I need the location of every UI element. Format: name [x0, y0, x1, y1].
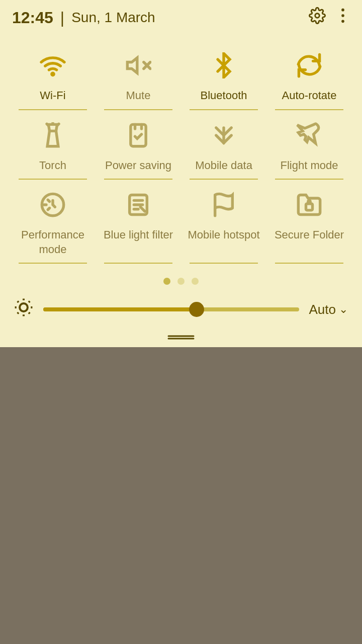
svg-line-9	[47, 124, 48, 125]
tile-bluetooth[interactable]: Bluetooth	[181, 40, 266, 110]
mute-icon	[122, 49, 154, 82]
brightness-auto-label: Auto	[309, 302, 336, 317]
tile-torch[interactable]: Torch	[10, 110, 96, 180]
svg-rect-11	[131, 124, 146, 146]
svg-point-2	[341, 14, 344, 17]
svg-point-22	[20, 303, 28, 311]
brightness-track	[43, 307, 299, 311]
wifi-icon	[37, 49, 69, 82]
status-icons	[309, 7, 350, 28]
tile-powersaving-label: Power saving	[105, 158, 171, 173]
autorotate-icon	[293, 49, 325, 82]
svg-line-10	[57, 124, 59, 125]
svg-line-30	[29, 301, 30, 302]
svg-point-0	[315, 14, 320, 18]
status-divider: |	[60, 9, 64, 27]
tile-hotspot[interactable]: Mobile hotspot	[181, 180, 266, 264]
svg-rect-21	[306, 204, 313, 210]
svg-line-29	[18, 312, 19, 313]
torch-icon	[37, 119, 69, 151]
tile-bluelight-label: Blue light filter	[104, 228, 173, 243]
tile-hotspot-label: Mobile hotspot	[188, 228, 259, 243]
svg-point-3	[341, 20, 344, 23]
bluetooth-icon	[208, 49, 240, 82]
brightness-fill	[43, 307, 197, 311]
settings-icon[interactable]	[309, 7, 326, 28]
brightness-icon	[14, 298, 33, 321]
tile-bluetooth-label: Bluetooth	[201, 89, 247, 103]
brightness-auto-button[interactable]: Auto ⌄	[309, 302, 348, 317]
pagination-dots	[0, 269, 362, 292]
tile-powersaving[interactable]: Power saving	[96, 110, 181, 180]
bottom-area	[0, 347, 362, 644]
tile-mute-label: Mute	[126, 89, 151, 103]
svg-line-26	[29, 312, 30, 313]
brightness-slider[interactable]	[43, 307, 299, 312]
status-time: 12:45	[12, 9, 53, 27]
brightness-chevron-icon: ⌄	[339, 303, 348, 316]
securefolder-icon	[293, 189, 325, 221]
svg-line-25	[18, 301, 19, 302]
dot-2[interactable]	[177, 278, 185, 285]
tile-performance-label: Performance mode	[15, 228, 90, 257]
bluelight-icon	[122, 189, 154, 221]
tile-securefolder-label: Secure Folder	[275, 228, 344, 243]
status-bar: 12:45 | Sun, 1 March	[0, 0, 362, 35]
tile-flightmode[interactable]: Flight mode	[266, 110, 352, 180]
tile-wifi-label: Wi-Fi	[40, 89, 65, 103]
powersaving-icon	[122, 119, 154, 151]
tile-mobiledata[interactable]: Mobile data	[181, 110, 266, 180]
mobiledata-icon	[208, 119, 240, 151]
tile-autorotate-label: Auto-rotate	[282, 89, 337, 103]
tile-securefolder[interactable]: Secure Folder	[266, 180, 352, 264]
brightness-thumb[interactable]	[189, 302, 204, 317]
svg-marker-5	[127, 58, 137, 73]
tile-bluelight[interactable]: Blue light filter	[96, 180, 181, 264]
tile-mobiledata-label: Mobile data	[195, 158, 252, 173]
svg-point-1	[341, 9, 344, 12]
svg-point-4	[52, 73, 54, 75]
tile-autorotate[interactable]: Auto-rotate	[266, 40, 352, 110]
dot-1[interactable]	[163, 278, 170, 285]
handle-bar[interactable]	[0, 329, 362, 347]
tile-wifi[interactable]: Wi-Fi	[10, 40, 96, 110]
tile-torch-label: Torch	[39, 158, 66, 173]
dot-3[interactable]	[192, 278, 199, 285]
tile-performance[interactable]: Performance mode	[10, 180, 96, 264]
flightmode-icon	[293, 119, 325, 151]
performance-icon	[37, 189, 69, 221]
tiles-grid: Wi-Fi Mute Bluetooth	[0, 35, 362, 269]
more-options-icon[interactable]	[336, 7, 350, 28]
hotspot-icon	[208, 189, 240, 221]
tile-mute[interactable]: Mute	[96, 40, 181, 110]
brightness-row: Auto ⌄	[0, 292, 362, 329]
status-date: Sun, 1 March	[71, 10, 309, 26]
tile-flightmode-label: Flight mode	[281, 158, 338, 173]
